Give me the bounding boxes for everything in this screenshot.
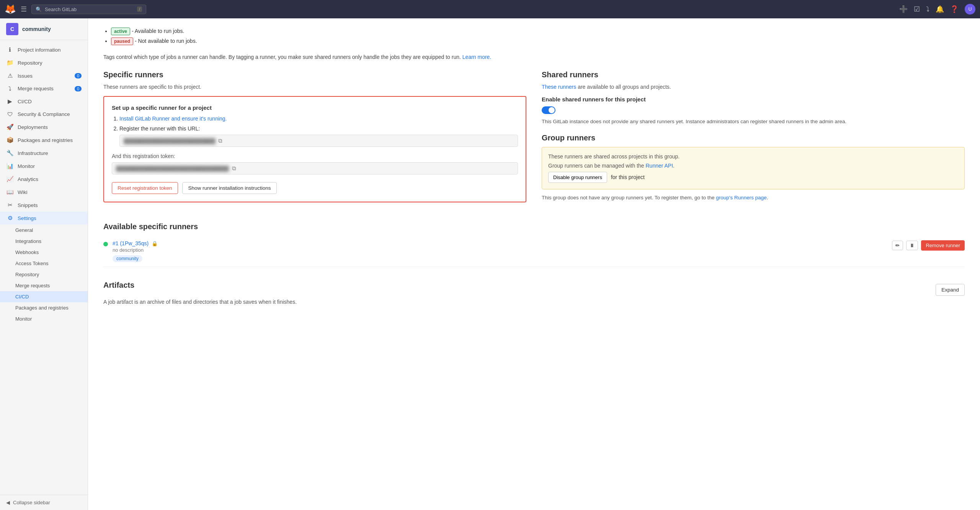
shared-runners-title: Shared runners — [542, 70, 965, 79]
status-active-desc: - Available to run jobs. — [132, 28, 185, 34]
sidebar-item-cicd[interactable]: ▶ CI/CD — [0, 95, 88, 108]
project-information-icon: ℹ — [6, 46, 14, 53]
status-active-item: active - Available to run jobs. — [111, 28, 965, 35]
collapse-label: Collapse sidebar — [13, 500, 50, 505]
sidebar: C community ℹ Project information 📁 Repo… — [0, 18, 88, 510]
sidebar-item-packages[interactable]: 📦 Packages and registries — [0, 134, 88, 147]
runner-name: #1 (1Pw_35qs) 🔒 — [113, 240, 887, 246]
sidebar-item-wiki[interactable]: 📖 Wiki — [0, 186, 88, 199]
enable-shared-toggle[interactable] — [542, 106, 555, 114]
setup-box-title: Set up a specific runner for a project — [112, 104, 518, 111]
sidebar-item-label: Packages and registries — [18, 137, 73, 143]
cicd-icon: ▶ — [6, 98, 14, 105]
sidebar-item-label: Monitor — [18, 163, 35, 169]
nav-right: ➕ ☑ ⤵ 🔔 ❓ U — [899, 4, 975, 15]
copy-url-icon[interactable]: ⧉ — [218, 137, 222, 144]
search-bar[interactable]: 🔍 Search GitLab / — [31, 5, 146, 14]
these-runners-link[interactable]: These runners — [542, 84, 576, 90]
url-field: ██████████████████████████ ⧉ — [119, 135, 518, 147]
available-runners-title: Available specific runners — [103, 222, 965, 231]
status-paused-desc: - Not available to run jobs. — [135, 38, 197, 44]
runner-actions: ✏ ⏸ Remove runner — [892, 240, 965, 251]
pause-runner-button[interactable]: ⏸ — [906, 241, 918, 250]
sidebar-sub-label: Integrations — [15, 238, 41, 244]
expand-button[interactable]: Expand — [936, 284, 965, 296]
sidebar-sub-label: Packages and registries — [15, 305, 69, 311]
tags-text: Tags control which type of jobs a runner… — [103, 53, 965, 61]
artifacts-desc: A job artifact is an archive of files an… — [103, 299, 965, 305]
issues-icon: ⚠ — [6, 72, 14, 79]
sidebar-sub-repository[interactable]: Repository — [0, 269, 88, 280]
sidebar-sub-access-tokens[interactable]: Access Tokens — [0, 258, 88, 269]
copy-token-icon[interactable]: ⧉ — [232, 165, 236, 172]
sidebar-item-repository[interactable]: 📁 Repository — [0, 56, 88, 69]
remove-runner-button[interactable]: Remove runner — [921, 240, 965, 251]
sidebar-sub-label: CI/CD — [15, 294, 29, 300]
sidebar-item-label: CI/CD — [18, 99, 32, 104]
url-value: ██████████████████████████ — [124, 138, 215, 144]
install-runner-link[interactable]: Install GitLab Runner and ensure it's ru… — [119, 116, 227, 122]
sidebar-sub-label: Repository — [15, 272, 39, 277]
merge-icon[interactable]: ⤵ — [926, 5, 929, 13]
sidebar-sub-merge-requests[interactable]: Merge requests — [0, 280, 88, 291]
token-label: And this registration token: — [112, 153, 518, 159]
merge-requests-badge: 0 — [75, 86, 82, 91]
disable-group-text: for this project — [611, 174, 645, 180]
sidebar-item-analytics[interactable]: 📈 Analytics — [0, 173, 88, 186]
sidebar-sub-general[interactable]: General — [0, 225, 88, 236]
learn-more-link[interactable]: Learn more. — [462, 54, 491, 60]
shared-runners-desc: These runners are available to all group… — [542, 84, 965, 90]
help-icon[interactable]: ❓ — [950, 5, 959, 13]
sidebar-item-security[interactable]: 🛡 Security & Compliance — [0, 108, 88, 121]
edit-runner-button[interactable]: ✏ — [892, 241, 903, 250]
runner-api-link[interactable]: Runner API — [646, 163, 673, 169]
merge-requests-icon: ⤵ — [6, 85, 14, 92]
artifacts-title: Artifacts — [103, 281, 134, 290]
sidebar-item-issues[interactable]: ⚠ Issues 0 — [0, 69, 88, 82]
shared-runners-desc-text: are available to all groups and projects… — [578, 84, 671, 90]
group-runners-page-link[interactable]: group's Runners page — [716, 195, 766, 200]
sidebar-item-deployments[interactable]: 🚀 Deployments — [0, 121, 88, 134]
disable-group-button[interactable]: Disable group runners — [548, 172, 607, 183]
setup-step-2: Register the runner with this URL: █████… — [119, 125, 518, 147]
sidebar-item-label: Project information — [18, 47, 61, 53]
todo-icon[interactable]: ☑ — [914, 5, 920, 13]
create-icon[interactable]: ➕ — [899, 5, 908, 13]
repository-icon: 📁 — [6, 59, 14, 66]
sidebar-item-label: Snippets — [18, 202, 38, 208]
sidebar-item-monitor[interactable]: 📊 Monitor — [0, 160, 88, 173]
runner-name-text: #1 (1Pw_35qs) — [113, 240, 149, 246]
sidebar-item-label: Merge requests — [18, 86, 54, 91]
status-paused-item: paused - Not available to run jobs. — [111, 37, 965, 45]
group-runners-title: Group runners — [542, 134, 965, 142]
sidebar-sub-webhooks[interactable]: Webhooks — [0, 247, 88, 258]
runner-item: #1 (1Pw_35qs) 🔒 no description community… — [103, 236, 965, 267]
avatar[interactable]: U — [965, 4, 975, 15]
sidebar-item-merge-requests[interactable]: ⤵ Merge requests 0 — [0, 82, 88, 95]
specific-runners-section: Specific runners These runners are speci… — [103, 70, 526, 210]
sidebar-sub-cicd[interactable]: CI/CD — [0, 291, 88, 302]
available-runners-section: Available specific runners #1 (1Pw_35qs)… — [103, 222, 965, 267]
disable-group-row: Disable group runners for this project — [548, 172, 958, 183]
show-instructions-button[interactable]: Show runner installation instructions — [182, 182, 276, 194]
wiki-icon: 📖 — [6, 189, 14, 196]
group-note: This group does not have any group runne… — [542, 195, 965, 200]
sidebar-sub-label: Monitor — [15, 316, 32, 322]
sidebar-sub-packages[interactable]: Packages and registries — [0, 302, 88, 313]
sidebar-item-snippets[interactable]: ✂ Snippets — [0, 199, 88, 212]
menu-icon[interactable]: ☰ — [21, 5, 27, 13]
notification-icon[interactable]: 🔔 — [936, 5, 944, 13]
sidebar-item-infrastructure[interactable]: 🔧 Infrastructure — [0, 147, 88, 160]
setup-steps: Install GitLab Runner and ensure it's ru… — [112, 116, 518, 147]
reset-token-button[interactable]: Reset registration token — [112, 182, 178, 194]
sidebar-item-project-information[interactable]: ℹ Project information — [0, 43, 88, 56]
analytics-icon: 📈 — [6, 176, 14, 182]
runner-status-dot — [103, 242, 108, 246]
sidebar-sub-integrations[interactable]: Integrations — [0, 236, 88, 247]
collapse-sidebar-button[interactable]: ◀ Collapse sidebar — [0, 495, 88, 510]
main-content: active - Available to run jobs. paused -… — [88, 18, 980, 510]
sidebar-nav: ℹ Project information 📁 Repository ⚠ Iss… — [0, 40, 88, 495]
sidebar-sub-monitor[interactable]: Monitor — [0, 313, 88, 324]
project-header: C community — [0, 18, 88, 40]
sidebar-item-settings[interactable]: ⚙ Settings — [0, 212, 88, 225]
